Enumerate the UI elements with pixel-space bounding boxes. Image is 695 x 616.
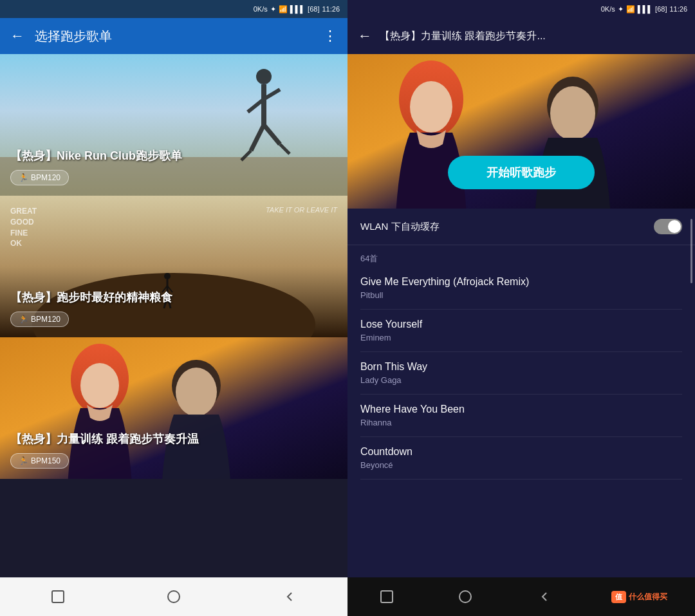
song-artist-4: Rihanna [360,418,682,427]
song-item-3[interactable]: Born This Way Lady Gaga [360,352,682,395]
song-list: Give Me Everything (Afrojack Remix) Pitb… [348,267,695,577]
hero-section: 开始听歌跑步 [348,54,695,209]
card-1-title: 【热身】Nike Run Club跑步歌单 [10,148,337,163]
right-wifi-icon: 📶 [626,5,635,14]
svg-point-12 [164,273,171,279]
song-artist-5: Beyoncé [360,460,682,470]
right-battery: [68] [655,5,667,13]
song-title-5: Countdown [360,446,682,458]
watermark-icon: 值 [611,591,626,603]
song-item-1[interactable]: Give Me Everything (Afrojack Remix) Pitb… [360,267,682,310]
song-title-4: Where Have You Been [360,404,682,415]
right-back-nav-button[interactable] [533,585,556,608]
left-wifi-icon: 📶 [279,5,288,14]
song-title-3: Born This Way [360,361,682,373]
right-speed: 0K/s [601,5,615,13]
runner-icon-2: 🏃 [19,315,28,324]
right-square-button[interactable] [375,585,398,608]
card-1-bpm: 🏃 BPM120 [10,170,69,185]
runner-icon-3: 🏃 [19,456,28,465]
left-page-title: 选择跑步歌单 [35,28,313,45]
card-3-overlay: 【热身】力量训练 跟着跑步节奏升温 🏃 BPM150 [0,421,348,479]
right-back-button[interactable]: ← [358,28,372,44]
left-home-button[interactable] [162,585,185,608]
left-bt-icon: ✦ [270,5,276,14]
song-item-2[interactable]: Lose Yourself Eminem [360,310,682,352]
right-time: 11:26 [669,5,687,13]
song-artist-1: Pitbull [360,290,682,300]
watermark-text: 什么值得买 [629,592,667,602]
card-2-text-right: TAKE IT OR LEAVE IT [266,206,337,214]
start-running-button[interactable]: 开始听歌跑步 [448,156,595,189]
wlan-row: WLAN 下自动缓存 [348,209,695,245]
left-status-bar: 0K/s ✦ 📶 ▌▌▌ [68] 11:26 [0,0,348,18]
right-bottom-nav: 值 什么值得买 [348,577,695,616]
right-top-nav: ← 【热身】力量训练 跟着跑步节奏升... [348,18,695,54]
wlan-label: WLAN 下自动缓存 [360,221,654,233]
right-signal-icon: ▌▌▌ [638,5,653,13]
song-artist-2: Eminem [360,333,682,342]
runner-icon: 🏃 [19,173,28,182]
watermark: 值 什么值得买 [611,591,667,603]
right-panel: 0K/s ✦ 📶 ▌▌▌ [68] 11:26 ← 【热身】力量训练 跟着跑步节… [348,0,695,616]
right-page-title: 【热身】力量训练 跟着跑步节奏升... [380,30,685,43]
song-item-5[interactable]: Countdown Beyoncé [360,437,682,480]
left-square-button[interactable] [46,585,70,608]
wlan-toggle[interactable] [654,219,682,234]
svg-point-22 [176,368,217,416]
card-3-bpm: 🏃 BPM150 [10,453,69,469]
left-top-nav: ← 选择跑步歌单 ⋮ [0,18,348,54]
left-speed: 0K/s [254,5,268,13]
card-2-bpm: 🏃 BPM120 [10,312,69,327]
left-battery: [68] [308,5,319,13]
song-item-4[interactable]: Where Have You Been Rihanna [360,395,682,437]
left-back-nav-button[interactable] [278,585,301,608]
toggle-knob [668,220,681,233]
svg-point-27 [410,81,452,133]
svg-point-20 [80,363,119,408]
song-title-1: Give Me Everything (Afrojack Remix) [360,276,682,288]
card-2-text-left: GREATGOODFINEOK [10,206,37,249]
playlist-card-2[interactable]: GREATGOODFINEOK TAKE IT OR LEAVE IT 【热身】… [0,196,348,337]
right-status-bar: 0K/s ✦ 📶 ▌▌▌ [68] 11:26 [348,0,695,18]
card-1-overlay: 【热身】Nike Run Club跑步歌单 🏃 BPM120 [0,138,348,196]
left-back-button[interactable]: ← [10,28,24,44]
card-2-title: 【热身】跑步时最好的精神粮食 [10,290,337,305]
right-bt-icon: ✦ [618,5,624,14]
playlist-card-1[interactable]: 【热身】Nike Run Club跑步歌单 🏃 BPM120 [0,54,348,196]
song-title-2: Lose Yourself [360,319,682,330]
scrollbar[interactable] [690,219,692,283]
svg-rect-30 [381,591,393,602]
playlist-container: 【热身】Nike Run Club跑步歌单 🏃 BPM120 [0,54,348,577]
card-2-overlay: 【热身】跑步时最好的精神粮食 🏃 BPM120 [0,279,348,337]
left-more-button[interactable]: ⋮ [323,28,337,44]
left-signal-icon: ▌▌▌ [290,5,305,13]
song-count: 64首 [348,245,695,267]
playlist-card-3[interactable]: 【热身】力量训练 跟着跑步节奏升温 🏃 BPM150 [0,337,348,479]
svg-point-24 [168,591,180,602]
svg-point-31 [459,591,471,602]
left-bottom-nav [0,577,348,616]
svg-point-29 [550,86,595,140]
svg-rect-23 [52,591,64,602]
svg-point-2 [256,69,272,84]
card-3-title: 【热身】力量训练 跟着跑步节奏升温 [10,431,337,447]
left-panel: 0K/s ✦ 📶 ▌▌▌ [68] 11:26 ← 选择跑步歌单 ⋮ [0,0,348,616]
left-time: 11:26 [322,5,340,13]
song-artist-3: Lady Gaga [360,375,682,385]
right-home-button[interactable] [454,585,477,608]
